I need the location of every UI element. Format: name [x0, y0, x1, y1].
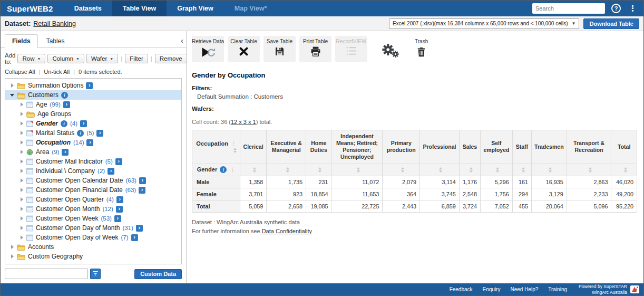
overflow-menu-button[interactable]: ⋮: [627, 4, 638, 13]
tree-item-accounts[interactable]: Accounts: [5, 242, 181, 252]
tree-item-custom-geography[interactable]: Custom Geography: [5, 252, 181, 261]
tree-item-customer-open-quarter[interactable]: Customer Open Quarter(4)›: [5, 195, 181, 204]
retrieve-data-button[interactable]: Retrieve Data: [192, 36, 224, 62]
info-icon[interactable]: i: [77, 130, 84, 137]
trash-button[interactable]: Trash: [415, 36, 428, 59]
tree-item-area[interactable]: Area(9)›: [5, 147, 181, 157]
expand-caret-icon[interactable]: [18, 121, 25, 126]
untick-all-link[interactable]: Un-tick All: [44, 69, 70, 75]
expand-caret-icon[interactable]: [18, 226, 25, 230]
open-arrow-button[interactable]: ›: [62, 149, 69, 156]
expand-caret-icon[interactable]: [8, 254, 16, 259]
search-input[interactable]: [532, 3, 605, 14]
print-table-button[interactable]: Print Table: [299, 36, 331, 62]
field-filter-input[interactable]: [5, 269, 88, 279]
sort-icon[interactable]: [357, 167, 360, 173]
sort-icon[interactable]: [286, 167, 289, 173]
dataset-name-link[interactable]: Retail Banking: [33, 20, 76, 27]
footer-link-enquiry[interactable]: Enquiry: [483, 287, 501, 292]
custom-data-button[interactable]: Custom Data: [134, 269, 182, 279]
expand-caret-icon[interactable]: [18, 207, 25, 211]
nav-datasets[interactable]: Datasets: [64, 1, 112, 16]
expand-caret-icon[interactable]: [18, 140, 25, 145]
sort-icon[interactable]: [624, 167, 627, 173]
cell-count-link[interactable]: 12 x 3 x 1: [231, 119, 256, 125]
export-format-select[interactable]: Excel 2007 (.xlsx)(max 16,384 columns x …: [389, 18, 580, 29]
tab-tables[interactable]: Tables: [39, 34, 72, 47]
tree-item-customer-open-day-of-month[interactable]: Customer Open Day of Month(31)›: [5, 223, 181, 233]
expand-caret-icon[interactable]: [18, 216, 25, 221]
expand-caret-icon[interactable]: [18, 159, 25, 164]
tree-item-customer-mail-indicator[interactable]: Customer Mail Indicator(5)›: [5, 157, 181, 166]
tree-item-occupation[interactable]: Occupation(14)›: [5, 138, 181, 147]
sort-icon[interactable]: [496, 167, 499, 173]
table-options-button[interactable]: [381, 43, 399, 60]
open-arrow-button[interactable]: ›: [139, 187, 145, 194]
expand-caret-icon[interactable]: [18, 235, 25, 240]
tree-item-customer-open-calendar-date[interactable]: Customer Open Calendar Date(63)›: [5, 176, 181, 185]
clear-table-button[interactable]: Clear Table: [228, 36, 260, 62]
tab-fields[interactable]: Fields: [5, 34, 38, 48]
open-arrow-button[interactable]: ›: [80, 120, 87, 127]
expand-caret-icon[interactable]: [8, 83, 16, 88]
tree-item-customer-open-week[interactable]: Customer Open Week(53)›: [5, 214, 181, 223]
footer-link-feedback[interactable]: Feedback: [450, 287, 473, 292]
add-to-wafer-dropdown[interactable]: Wafer▼: [86, 54, 118, 63]
expand-caret-icon[interactable]: [18, 150, 25, 154]
tree-item-summation-options[interactable]: Summation Options›: [5, 81, 181, 90]
info-icon[interactable]: i: [61, 120, 67, 127]
sort-icon[interactable]: [233, 148, 237, 153]
help-button[interactable]: ?: [611, 4, 621, 13]
nav-table-view[interactable]: Table View: [112, 1, 167, 16]
info-icon[interactable]: i: [61, 92, 68, 99]
expand-caret-icon[interactable]: [18, 102, 25, 107]
expand-caret-icon[interactable]: [18, 169, 25, 173]
open-arrow-button[interactable]: ›: [86, 82, 93, 89]
open-arrow-button[interactable]: ›: [136, 225, 143, 232]
download-table-button[interactable]: Download Table: [583, 18, 639, 29]
sort-icon[interactable]: [522, 167, 525, 173]
filter-button[interactable]: Filter: [125, 54, 148, 63]
open-arrow-button[interactable]: ›: [63, 101, 70, 108]
open-arrow-button[interactable]: ›: [131, 234, 138, 241]
data-confidentiality-link[interactable]: Data Confidentiality: [262, 228, 312, 234]
open-arrow-button[interactable]: ›: [108, 168, 114, 175]
tree-item-customer-open-financial-date[interactable]: Customer Open Financial Date(63)›: [5, 185, 181, 195]
info-icon[interactable]: i: [220, 166, 227, 173]
open-arrow-button[interactable]: ›: [139, 177, 146, 184]
sort-icon[interactable]: [318, 167, 321, 173]
sort-icon[interactable]: [470, 167, 473, 173]
tree-item-customer-open-day-of-week[interactable]: Customer Open Day of Week(7)›: [5, 233, 181, 242]
expand-caret-icon[interactable]: [18, 131, 25, 135]
nav-map-view[interactable]: Map View*: [224, 1, 278, 16]
collapse-sidebar-button[interactable]: ‹: [181, 36, 183, 44]
tree-item-customers[interactable]: Customersi: [5, 90, 181, 100]
add-to-row-dropdown[interactable]: Row▼: [17, 54, 45, 63]
expand-caret-icon[interactable]: [18, 188, 25, 192]
expand-caret-icon[interactable]: [18, 178, 25, 183]
tree-item-age-groups[interactable]: Age Groups: [5, 109, 181, 119]
row-menu-icon[interactable]: ⋮: [230, 167, 235, 173]
open-arrow-button[interactable]: ›: [116, 196, 123, 203]
open-arrow-button[interactable]: ›: [115, 158, 122, 165]
open-arrow-button[interactable]: ›: [116, 206, 123, 213]
open-arrow-button[interactable]: ›: [86, 139, 93, 146]
tree-item-age[interactable]: Age(99)›: [5, 100, 181, 109]
nav-graph-view[interactable]: Graph View: [167, 1, 224, 16]
sort-icon[interactable]: [253, 167, 256, 173]
tree-item-gender[interactable]: Genderi(4)›: [5, 119, 181, 128]
open-arrow-button[interactable]: ›: [96, 130, 103, 137]
collapse-all-link[interactable]: Collapse All: [5, 69, 35, 75]
expand-caret-icon[interactable]: [18, 197, 25, 202]
save-table-button[interactable]: Save Table: [264, 36, 296, 62]
footer-link-need-help[interactable]: Need Help?: [510, 287, 538, 292]
sort-icon[interactable]: [549, 167, 552, 173]
footer-link-training[interactable]: Training: [548, 287, 567, 292]
column-menu-icon[interactable]: ⋮: [231, 141, 237, 147]
tree-item-marital-status[interactable]: Marital Statusi(5)›: [5, 128, 181, 138]
sort-icon[interactable]: [401, 167, 404, 173]
sort-icon[interactable]: [439, 167, 442, 173]
expand-caret-icon[interactable]: [18, 112, 25, 116]
field-filter-button[interactable]: [90, 269, 101, 279]
open-arrow-button[interactable]: ›: [114, 215, 121, 222]
